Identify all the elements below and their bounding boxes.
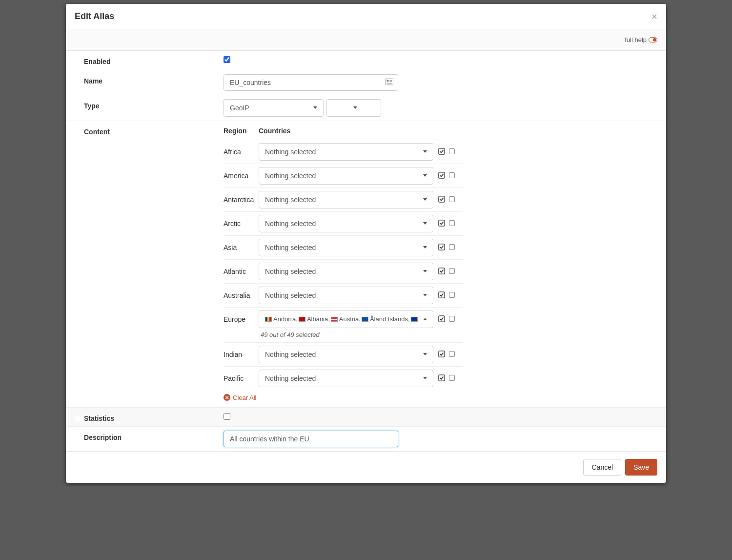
region-label: Atlantic	[224, 263, 259, 275]
select-all-icon[interactable]	[438, 268, 445, 274]
europe-selected-count: 49 out of 49 selected	[259, 328, 433, 339]
chevron-down-icon	[423, 246, 427, 249]
select-all-icon[interactable]	[438, 148, 445, 155]
statistics-checkbox[interactable]	[224, 413, 230, 420]
name-input[interactable]	[224, 74, 398, 91]
region-label: Indian	[224, 346, 259, 358]
countries-dropdown-asia[interactable]: Nothing selected	[259, 239, 433, 256]
info-icon[interactable]	[75, 435, 81, 442]
label-name: Name	[75, 74, 224, 85]
deselect-all-checkbox[interactable]	[449, 148, 455, 154]
deselect-all-checkbox[interactable]	[449, 375, 455, 381]
svg-rect-14	[439, 374, 445, 380]
countries-dropdown-indian[interactable]: Nothing selected	[259, 346, 433, 363]
select-all-icon[interactable]	[438, 315, 445, 322]
chevron-down-icon	[423, 222, 427, 225]
type-dropdown[interactable]: GeoIP	[224, 99, 324, 117]
region-row-asia: Asia Nothing selected	[224, 235, 463, 259]
countries-dropdown-antarctica[interactable]: Nothing selected	[259, 191, 433, 208]
content-table: Region Countries Africa Nothing selected	[224, 125, 463, 403]
close-button[interactable]: ×	[651, 12, 657, 21]
countries-dropdown-atlantic[interactable]: Nothing selected	[259, 263, 433, 280]
header-region: Region	[224, 127, 259, 135]
region-row-australia: Australia Nothing selected	[224, 283, 463, 307]
toggle-icon	[649, 37, 657, 42]
select-all-icon[interactable]	[438, 351, 445, 357]
svg-rect-1	[387, 80, 389, 82]
select-all-icon[interactable]	[438, 244, 445, 250]
region-row-europe: Europe Andorra, Albania, Austria,	[224, 307, 463, 342]
deselect-all-checkbox[interactable]	[449, 220, 455, 226]
flag-icon-austria	[331, 317, 338, 322]
modal-footer: Cancel Save	[66, 451, 666, 483]
label-statistics: Statistics	[75, 412, 224, 423]
chevron-down-icon	[313, 106, 317, 109]
countries-dropdown-australia[interactable]: Nothing selected	[259, 287, 433, 304]
x-circle-icon: ✕	[224, 394, 230, 401]
info-icon[interactable]	[75, 415, 81, 422]
chevron-up-icon	[423, 318, 427, 320]
region-label: America	[224, 167, 259, 180]
deselect-all-checkbox[interactable]	[449, 292, 455, 298]
info-icon[interactable]	[75, 78, 81, 85]
region-label: Australia	[224, 287, 259, 299]
region-row-indian: Indian Nothing selected	[224, 342, 463, 366]
select-all-icon[interactable]	[438, 220, 445, 227]
deselect-all-checkbox[interactable]	[449, 351, 455, 357]
region-label: Antarctica	[224, 191, 259, 204]
flag-icon-andorra	[265, 317, 272, 322]
cancel-button[interactable]: Cancel	[583, 459, 621, 476]
select-all-icon[interactable]	[438, 196, 445, 203]
countries-dropdown-arctic[interactable]: Nothing selected	[259, 215, 433, 232]
countries-dropdown-africa[interactable]: Nothing selected	[259, 143, 433, 161]
countries-dropdown-pacific[interactable]: Nothing selected	[259, 370, 433, 387]
region-row-america: America Nothing selected	[224, 164, 463, 187]
type-secondary-dropdown[interactable]	[326, 99, 381, 117]
info-icon[interactable]	[75, 129, 81, 136]
region-row-atlantic: Atlantic Nothing selected	[224, 259, 463, 283]
deselect-all-checkbox[interactable]	[449, 316, 455, 322]
flag-icon-aland	[362, 317, 368, 322]
row-statistics: Statistics	[66, 408, 666, 427]
select-all-icon[interactable]	[438, 291, 445, 298]
save-button[interactable]: Save	[625, 459, 657, 476]
row-type: Type GeoIP	[66, 95, 666, 121]
row-enabled: Enabled	[66, 51, 666, 70]
deselect-all-checkbox[interactable]	[449, 196, 455, 202]
region-row-africa: Africa Nothing selected	[224, 140, 463, 164]
select-all-icon[interactable]	[438, 172, 445, 179]
full-help-toggle[interactable]: full help	[625, 36, 657, 43]
row-name: Name	[66, 70, 666, 95]
description-input[interactable]	[224, 431, 398, 447]
deselect-all-checkbox[interactable]	[449, 172, 455, 178]
region-row-pacific: Pacific Nothing selected	[224, 366, 463, 390]
region-label: Arctic	[224, 215, 259, 228]
modal-title: Edit Alias	[75, 11, 114, 21]
flag-icon-more	[411, 317, 418, 322]
info-icon[interactable]	[75, 59, 81, 66]
countries-dropdown-europe[interactable]: Andorra, Albania, Austria, Åland Islands…	[259, 311, 433, 328]
chevron-down-icon	[423, 270, 427, 272]
svg-rect-8	[439, 220, 445, 226]
content-header: Region Countries	[224, 125, 463, 140]
region-row-antarctica: Antarctica Nothing selected	[224, 187, 463, 211]
svg-rect-9	[439, 244, 445, 249]
info-icon[interactable]	[75, 103, 81, 110]
full-help-label: full help	[625, 36, 647, 43]
chevron-down-icon	[423, 174, 427, 177]
select-all-icon[interactable]	[438, 374, 445, 381]
svg-rect-10	[439, 268, 445, 273]
row-description: Description	[66, 427, 666, 451]
deselect-all-checkbox[interactable]	[449, 244, 455, 250]
chevron-down-icon	[423, 198, 427, 201]
countries-dropdown-america[interactable]: Nothing selected	[259, 167, 433, 185]
enabled-checkbox[interactable]	[224, 56, 230, 63]
svg-rect-11	[439, 291, 445, 297]
region-label: Pacific	[224, 370, 259, 382]
chevron-down-icon	[423, 150, 427, 153]
clear-all-link[interactable]: ✕ Clear All	[224, 390, 256, 403]
deselect-all-checkbox[interactable]	[449, 268, 455, 274]
chevron-down-icon	[353, 106, 357, 109]
svg-rect-5	[439, 148, 445, 154]
svg-rect-12	[439, 315, 445, 321]
